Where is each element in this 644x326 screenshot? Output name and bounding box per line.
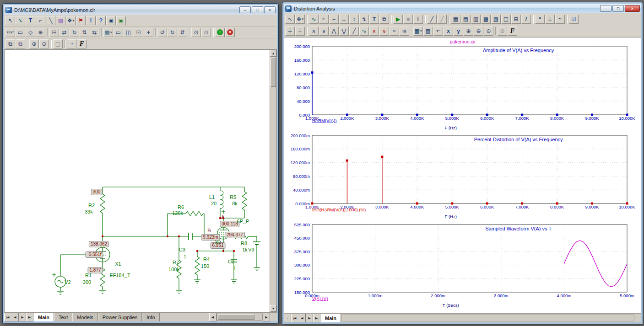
flip-vertical-tool[interactable]: ⇅	[80, 28, 89, 37]
inflection-tool[interactable]: ∿	[359, 27, 369, 36]
component-picker[interactable]: ❖▾	[295, 15, 305, 24]
go-to-x-button[interactable]: x	[444, 27, 453, 36]
analysis-plot-canvas[interactable]: pokemon.cir0.00040.00080.000120.000160.0…	[284, 37, 641, 313]
find-tool[interactable]: ⊙	[191, 28, 201, 37]
swap-pages-tool[interactable]: ⇵	[178, 28, 187, 37]
pause-button[interactable]: ‖	[413, 15, 423, 24]
text-tool[interactable]: T	[26, 16, 35, 25]
component-label[interactable]: C2	[228, 259, 234, 264]
component-label[interactable]: L1	[209, 194, 215, 200]
vertical-scroll-thumb[interactable]	[271, 58, 276, 87]
baseline-toggle[interactable]: ▧	[491, 15, 501, 24]
series-label[interactable]: HARM(V(A))	[312, 118, 336, 123]
grid-options[interactable]: ▦▾	[103, 28, 113, 37]
component-label[interactable]: 8k	[232, 201, 238, 206]
line-tool[interactable]: ╲	[46, 16, 55, 25]
component-picker[interactable]: ❖▾	[66, 16, 76, 25]
component-label[interactable]: C3	[179, 247, 185, 252]
stop-button[interactable]: ■	[403, 15, 413, 24]
tool-hammer[interactable]: *	[535, 15, 545, 24]
run-button[interactable]: ▶	[393, 15, 403, 24]
measure-vertical-tool[interactable]: ↕	[349, 15, 359, 24]
mirror-tool[interactable]: ⇄	[60, 28, 69, 37]
options-button[interactable]: ☑	[569, 15, 579, 24]
tab-nav-button-2[interactable]: ▶	[19, 313, 26, 321]
node-voltage-box[interactable]: -0.551f	[85, 251, 103, 258]
tab-nav-button-3[interactable]: ▶	[306, 314, 313, 322]
normalize-button[interactable]: ⊜	[498, 27, 507, 36]
global-high-tool[interactable]: ∧	[369, 27, 379, 36]
horizontal-scroll-track[interactable]	[216, 314, 263, 321]
component-label[interactable]: 1k	[242, 247, 248, 252]
tab-main[interactable]: Main	[320, 314, 341, 322]
component-label[interactable]: X1	[115, 261, 121, 267]
frame-tool[interactable]: ▭	[16, 28, 25, 37]
new-page-button[interactable]: ⧉	[5, 39, 15, 48]
component-label[interactable]: R1	[85, 273, 92, 278]
hscroll-left-button[interactable]: ◀	[209, 313, 216, 321]
info-tool[interactable]: i	[86, 16, 96, 25]
cursor-line-tool[interactable]: ╱	[437, 15, 447, 24]
component-label[interactable]: 1	[233, 266, 236, 271]
valley-tool[interactable]: ∨	[319, 27, 329, 36]
error-button[interactable]: ×	[225, 28, 235, 37]
component-label[interactable]: 100k	[168, 267, 179, 272]
zoom-out-button[interactable]: ⊖	[39, 39, 49, 48]
slope-line-tool[interactable]: ╱	[427, 15, 437, 24]
token-toggle[interactable]: ▤	[461, 15, 471, 24]
folder-button[interactable]: ▢	[53, 39, 63, 48]
maximize-button[interactable]: □	[612, 5, 624, 12]
analysis-titlebar[interactable]: Distortion Analysis – □ ×	[284, 4, 641, 13]
rotate-tool[interactable]: ↻	[70, 28, 79, 37]
component-label[interactable]: 1	[184, 254, 186, 259]
component-label[interactable]: R4	[203, 257, 210, 262]
split-tool[interactable]: /	[521, 15, 531, 24]
peak-tool[interactable]: ∧	[309, 27, 319, 36]
flag-tool[interactable]: ⚑	[76, 16, 86, 25]
component-label[interactable]: 20	[211, 201, 216, 206]
p-key-button[interactable]: 'P'	[433, 27, 443, 36]
pan-tool[interactable]: +	[144, 28, 153, 37]
zoom-area-tool[interactable]: ⊡	[134, 28, 143, 37]
component-label[interactable]: EF184_T	[109, 273, 130, 278]
clipboard-tool[interactable]: ⧉	[379, 15, 389, 24]
zoom-fit-button[interactable]: ⊙	[484, 27, 493, 36]
wave-tool[interactable]: ~	[555, 15, 565, 24]
scroll-down-button[interactable]: ▼	[270, 305, 276, 312]
tab-power-supplies[interactable]: Power Supplies	[98, 313, 142, 321]
ruler-toggle[interactable]: ▥	[471, 15, 481, 24]
component-label[interactable]: R8	[241, 240, 247, 246]
browse-tool[interactable]: ◉	[106, 16, 116, 25]
global-low-tool[interactable]: ∨	[379, 27, 389, 36]
component-label[interactable]: V2	[65, 279, 70, 285]
maximize-button[interactable]: □	[252, 6, 263, 13]
ortho-wire-tool[interactable]: ⌐	[36, 16, 45, 25]
rotate-ccw-tool[interactable]: ↺	[157, 28, 167, 37]
tab-nav-button-0[interactable]: ▫	[284, 314, 291, 322]
component-label[interactable]: 33k	[85, 209, 93, 214]
component-label[interactable]: V3	[248, 247, 254, 252]
component-label[interactable]: R7	[173, 260, 179, 265]
tab-info[interactable]: Info	[142, 313, 159, 321]
component-label[interactable]: 6P_P	[237, 219, 249, 224]
tab-nav-button-1[interactable]: ◀	[11, 313, 19, 321]
tab-main[interactable]: Main	[33, 313, 54, 321]
component-label[interactable]: 300	[83, 279, 91, 285]
schematic-canvas[interactable]: 300R233k138.062-0.551f1.877X1EF184_TR130…	[4, 49, 277, 312]
flip-horizontal-tool[interactable]: ⇆	[90, 28, 99, 37]
component-label[interactable]: R2	[88, 203, 95, 208]
scroll-up-button[interactable]: ▲	[270, 50, 276, 57]
node-voltage-box[interactable]: 300	[91, 189, 103, 195]
wire-tool[interactable]: ∿	[16, 16, 25, 25]
tab-nav-button-1[interactable]: |◀	[291, 314, 298, 322]
anchor-tool[interactable]: ⊥	[545, 15, 555, 24]
hscroll-right-button[interactable]: ▶	[263, 313, 270, 321]
tag-tool[interactable]: ↯	[359, 15, 369, 24]
component-label[interactable]: X2	[215, 240, 221, 245]
close-button[interactable]: ×	[264, 6, 276, 13]
tab-nav-button-4[interactable]: ▶|	[313, 314, 320, 322]
image-tool[interactable]: ▣	[116, 16, 126, 25]
component-label[interactable]: 120k	[172, 210, 183, 216]
next-simulation-point[interactable]: ┼	[285, 27, 295, 36]
title-block-toggle[interactable]: ◫	[124, 28, 133, 37]
